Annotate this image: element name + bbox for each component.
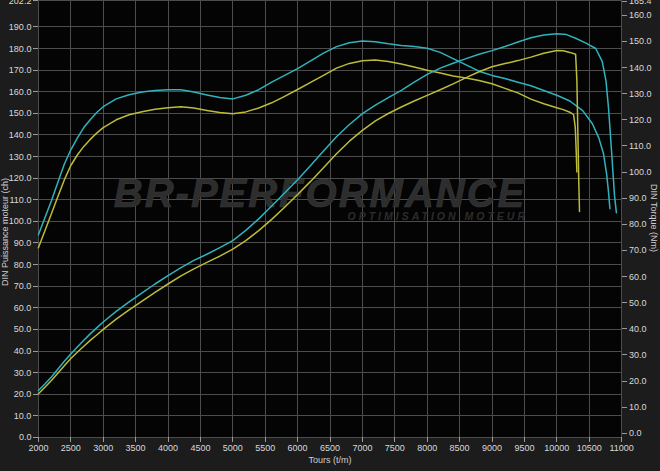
left-axis-tick-label: 30.0 (14, 368, 32, 378)
left-axis-tick-label: 20.0 (14, 389, 32, 399)
x-axis-tick-label: 7000 (352, 443, 372, 453)
right-axis-tick-label: 90.0 (629, 193, 647, 203)
right-axis-tick-label: 110.0 (629, 141, 651, 151)
left-axis-tick-label: 10.0 (14, 411, 32, 421)
left-axis-tick-label: 100.0 (9, 216, 32, 226)
x-axis-tick-label: 5500 (255, 443, 275, 453)
right-axis-title: DIN Torque (Nm) (649, 184, 659, 252)
right-axis-tick-label: 50.0 (629, 298, 647, 308)
x-axis-tick-label: 3000 (93, 443, 113, 453)
left-axis-title: DIN Puissance moteur (ch) (0, 178, 10, 286)
x-axis-tick-label: 7500 (385, 443, 405, 453)
right-axis-tick-label: 10.0 (629, 402, 647, 412)
x-axis-tick-label: 4000 (158, 443, 178, 453)
left-axis-tick-label: 130.0 (9, 152, 32, 162)
x-axis-tick-label: 8500 (450, 443, 470, 453)
right-axis-tick-label: 100.0 (629, 167, 652, 177)
left-axis-tick-label: 60.0 (14, 303, 32, 313)
x-axis-tick-label: 10000 (544, 443, 569, 453)
left-axis-tick-label: 190.0 (9, 22, 32, 32)
right-axis-tick-label: 0.0 (629, 428, 642, 438)
left-axis-tick-label: 80.0 (14, 260, 32, 270)
dyno-chart: BR-Performance optimisation moteur 0.010… (0, 0, 660, 471)
left-axis-tick-label: 150.0 (9, 108, 32, 118)
chart-canvas: BR-Performance optimisation moteur 0.010… (0, 0, 660, 471)
x-axis-tick-label: 2500 (61, 443, 81, 453)
left-axis-tick-label: 70.0 (14, 281, 32, 291)
right-axis-tick-label: 40.0 (629, 324, 647, 334)
left-axis-tick-label: 90.0 (14, 238, 32, 248)
right-axis-tick-label: 140.0 (629, 63, 652, 73)
right-axis-tick-label: 80.0 (629, 219, 647, 229)
x-axis-title: Tours (t/m) (308, 455, 351, 465)
x-axis-tick-label: 3500 (126, 443, 146, 453)
right-axis-tick-label: 150.0 (629, 36, 652, 46)
left-axis-tick-label: 40.0 (14, 346, 32, 356)
x-axis-tick-label: 6000 (288, 443, 308, 453)
x-axis-tick-label: 8000 (417, 443, 437, 453)
watermark-sub-text: optimisation moteur (348, 210, 528, 222)
x-axis-tick-label: 6500 (320, 443, 340, 453)
left-axis-tick-label: 160.0 (9, 87, 32, 97)
right-axis-tick-label: 20.0 (629, 376, 647, 386)
right-axis-tick-label: 60.0 (629, 272, 647, 282)
left-axis-tick-label: 110.0 (10, 195, 32, 205)
right-axis-tick-label: 30.0 (629, 350, 647, 360)
x-axis-tick-label: 2000 (28, 443, 48, 453)
left-axis-tick-label: 0.0 (19, 432, 32, 442)
left-axis-tick-label: 120.0 (9, 173, 32, 183)
x-axis-tick-label: 9000 (482, 443, 502, 453)
x-axis-tick-label: 5000 (223, 443, 243, 453)
x-axis-tick-label: 10500 (577, 443, 602, 453)
left-axis-tick-label: 50.0 (14, 324, 32, 334)
left-axis-tick-label: 170.0 (9, 65, 32, 75)
left-axis-tick-label: 140.0 (9, 130, 32, 140)
left-axis-tick-label: 202.2 (9, 0, 32, 6)
right-axis-tick-label: 160.0 (629, 10, 652, 20)
right-axis-tick-label: 70.0 (629, 245, 647, 255)
x-axis-tick-label: 9500 (514, 443, 534, 453)
x-axis-tick-label: 11000 (609, 443, 633, 453)
right-axis-tick-label: 165.4 (629, 0, 652, 6)
left-axis-tick-label: 180.0 (9, 44, 32, 54)
right-axis-tick-label: 120.0 (629, 115, 652, 125)
right-axis-tick-label: 130.0 (629, 89, 652, 99)
x-axis-tick-label: 4500 (190, 443, 210, 453)
watermark-brand-text: BR-Performance (114, 171, 526, 215)
watermark: BR-Performance optimisation moteur (114, 171, 528, 222)
